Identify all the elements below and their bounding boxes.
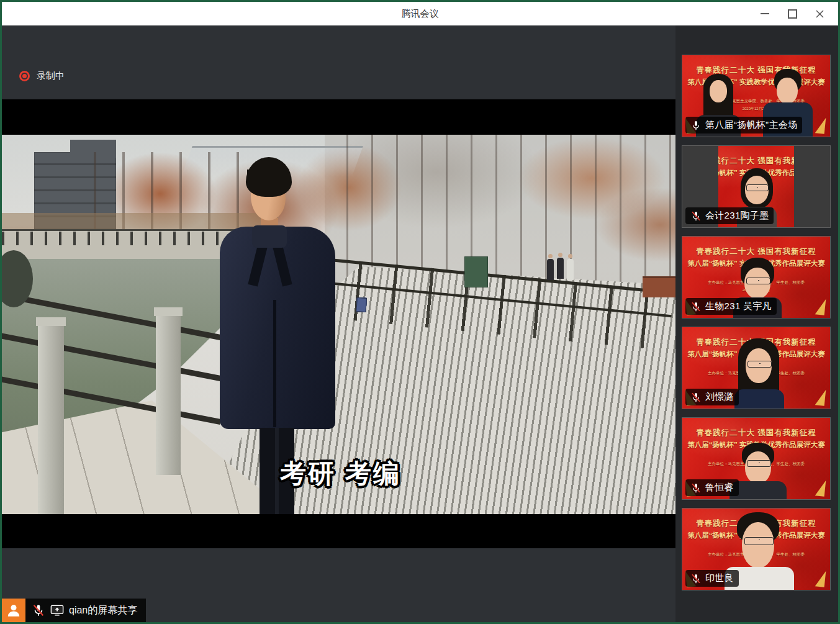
participant-name-tag: 第八届“扬帆杯”主会场 <box>685 117 802 133</box>
participant-tile[interactable]: 青春践行二十大 强国有我新征程 第八届“扬帆杯” 实践教学优秀作品展评大赛 主办… <box>682 236 831 319</box>
participant-name-tag: 刘憬潞 <box>685 389 739 405</box>
man-turtleneck <box>252 225 287 248</box>
distant-pedestrian <box>557 258 564 279</box>
record-icon <box>19 71 30 81</box>
person-icon <box>6 602 22 618</box>
banner-line1: 青春践行二十大 强国有我新征程 <box>682 65 830 76</box>
sail-decoration <box>815 389 826 405</box>
share-info-bar: qian的屏幕共享 <box>2 599 146 622</box>
participants-sidebar: 青春践行二十大 强国有我新征程 第八届“扬帆杯” 实践教学优秀作品展评大赛 主办… <box>675 25 838 622</box>
recording-indicator[interactable]: 录制中 <box>19 70 65 82</box>
participant-tile[interactable]: 青春践行二十大 强国有我新征程 第八届“扬帆杯” 实践教学优秀作品展评大赛 <box>682 145 831 228</box>
participant-glasses <box>744 537 774 545</box>
recording-label: 录制中 <box>37 70 65 82</box>
mic-muted-icon <box>690 210 702 222</box>
participant-tile[interactable]: 青春践行二十大 强国有我新征程 第八届“扬帆杯” 实践教学优秀作品展评大赛 主办… <box>682 508 831 590</box>
sail-decoration <box>815 570 826 587</box>
titlebar: 腾讯会议 <box>2 2 838 25</box>
sharer-label: qian的屏幕共享 <box>25 599 146 622</box>
mic-icon <box>690 120 702 131</box>
pillarbox-bar <box>794 146 830 227</box>
distant-pedestrian <box>547 259 554 280</box>
maximize-button[interactable] <box>779 2 806 25</box>
participant-face <box>777 78 798 104</box>
minimize-icon <box>761 13 769 14</box>
participant-name: 鲁恒睿 <box>705 482 734 494</box>
sail-decoration <box>815 479 826 496</box>
screen-share-icon <box>50 604 64 617</box>
mic-muted-icon <box>690 573 702 584</box>
participant-name: 第八届“扬帆杯”主会场 <box>705 119 797 131</box>
participant-body <box>734 389 784 409</box>
wooden-planter <box>643 276 675 297</box>
sharer-name-text: qian的屏幕共享 <box>69 604 137 617</box>
sail-decoration <box>815 117 826 133</box>
shared-video-scene: 考研 考编 <box>2 135 675 514</box>
tencent-meeting-window: 腾讯会议 录制中 <box>0 0 840 624</box>
participant-glasses <box>746 278 770 284</box>
participant-name-tag: 会计231陶子墨 <box>685 207 774 224</box>
participant-tile[interactable]: 青春践行二十大 强国有我新征程 第八届“扬帆杯” 实践教学优秀作品展评大赛 主办… <box>682 55 831 137</box>
participant-face <box>745 451 771 484</box>
distant-pedestrian <box>567 259 574 280</box>
participant-name: 印世良 <box>705 572 734 584</box>
man-coat-opening <box>273 300 276 427</box>
participant-glasses <box>747 361 772 368</box>
participant-name-tag: 鲁恒睿 <box>685 479 739 496</box>
sharer-avatar <box>2 599 25 622</box>
participant-face <box>742 522 774 568</box>
participant-tile[interactable]: 青春践行二十大 强国有我新征程 第八届“扬帆杯” 实践教学优秀作品展评大赛 主办… <box>682 417 831 500</box>
mic-muted-icon <box>690 301 702 312</box>
window-title: 腾讯会议 <box>402 8 439 20</box>
man-hair <box>246 157 292 197</box>
participant-name: 生物231 吴宇凡 <box>705 301 772 312</box>
mic-muted-icon <box>690 482 702 494</box>
close-icon <box>815 9 824 19</box>
participant-name-tag: 生物231 吴宇凡 <box>685 298 777 315</box>
maximize-icon <box>788 9 797 19</box>
participant-name: 刘憬潞 <box>705 391 734 403</box>
balustrade-post <box>38 322 64 514</box>
mic-muted-icon <box>690 392 702 403</box>
banner-line1: 青春践行二十大 强国有我新征程 <box>682 246 830 257</box>
participant-tile[interactable]: 青春践行二十大 强国有我新征程 第八届“扬帆杯” 实践教学优秀作品展评大赛 主办… <box>682 327 831 409</box>
video-subtitle: 考研 考编 <box>280 456 401 491</box>
banner-line1: 青春践行二十大 强国有我新征程 <box>682 428 830 438</box>
balustrade-post <box>156 312 181 475</box>
mic-muted-icon <box>32 604 45 617</box>
green-bin <box>464 256 488 287</box>
participant-face <box>710 80 727 102</box>
sail-decoration <box>815 298 826 315</box>
minimize-button[interactable] <box>751 2 779 25</box>
window-controls <box>751 2 833 25</box>
main-stage: 录制中 <box>2 25 675 622</box>
participant-glasses <box>746 184 769 191</box>
participant-name: 会计231陶子墨 <box>705 210 769 222</box>
shared-screen: 考研 考编 <box>2 99 675 548</box>
close-button[interactable] <box>806 2 833 25</box>
participant-glasses <box>747 460 771 467</box>
participant-name-tag: 印世良 <box>685 570 739 587</box>
